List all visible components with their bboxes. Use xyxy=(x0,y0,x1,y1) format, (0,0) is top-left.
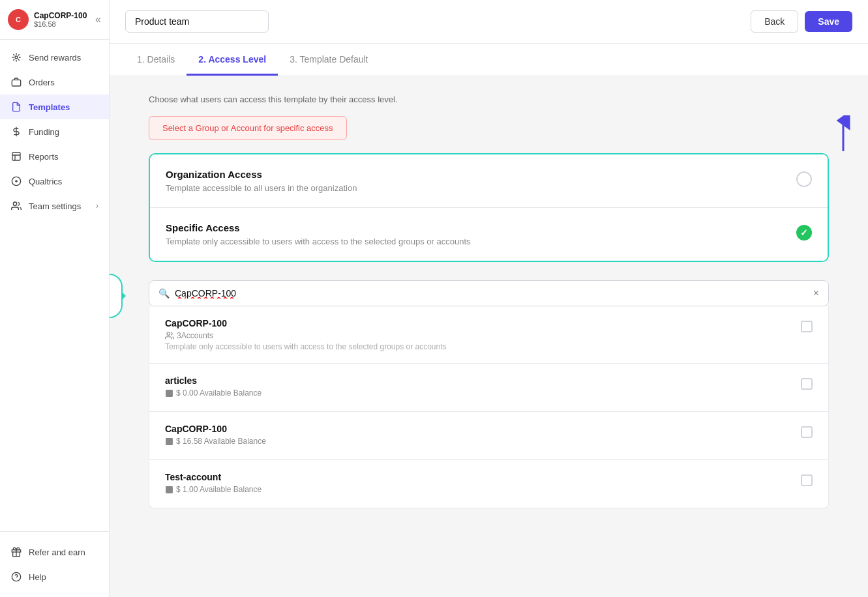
result-item-articles: articles $ 0.00 Available Balance xyxy=(149,363,828,411)
search-input[interactable] xyxy=(175,288,808,298)
svg-point-0 xyxy=(15,56,18,59)
sidebar-item-qualtrics-label: Qualtrics xyxy=(29,177,62,186)
result-item-articles-info: articles $ 0.00 Available Balance xyxy=(165,375,801,400)
result-item-test-account-info: Test-account $ 1.00 Available Balance xyxy=(165,472,801,496)
sidebar-nav: Send rewards Orders Templates Funding Re… xyxy=(0,40,109,531)
org-access-text: Organization Access Template accessible … xyxy=(166,169,796,193)
sidebar-item-help[interactable]: Help xyxy=(0,564,109,589)
account-info: CapCORP-100 $16.58 xyxy=(34,11,87,28)
step-template-default[interactable]: 3. Template Default xyxy=(278,54,380,76)
org-access-title: Organization Access xyxy=(166,169,796,180)
result-checkbox-capcorp-account[interactable] xyxy=(801,426,813,438)
sidebar-item-funding-label: Funding xyxy=(29,127,59,137)
template-name-input[interactable] xyxy=(125,10,269,33)
result-item-test-account: Test-account $ 1.00 Available Balance xyxy=(149,459,828,508)
sidebar-account[interactable]: C CapCORP-100 $16.58 xyxy=(8,9,87,30)
accounts-icon xyxy=(165,331,174,340)
sidebar-item-qualtrics[interactable]: Qualtrics xyxy=(0,169,109,194)
chart-icon xyxy=(10,151,22,162)
specific-access-title: Specific Access xyxy=(166,222,796,233)
content-subtitle: Choose what users can access this templa… xyxy=(149,95,829,104)
result-item-capcorp-group-info: CapCORP-100 3Accounts Template only acce… xyxy=(165,318,801,351)
dollar-icon xyxy=(10,126,22,138)
sidebar-collapse-button[interactable]: « xyxy=(95,14,101,25)
svg-rect-15 xyxy=(166,486,173,493)
sidebar-item-orders[interactable]: Orders xyxy=(0,70,109,95)
sidebar-footer: Refer and earn Help xyxy=(0,531,109,597)
step-access-level[interactable]: 2. Access Level xyxy=(187,54,278,76)
step-details[interactable]: 1. Details xyxy=(125,54,187,76)
org-access-option[interactable]: Organization Access Template accessible … xyxy=(150,154,828,207)
sidebar-item-help-label: Help xyxy=(29,572,46,582)
account-balance: $16.58 xyxy=(34,20,87,28)
svg-point-12 xyxy=(167,332,170,336)
step-template-default-label: 3. Template Default xyxy=(290,54,368,65)
sidebar-item-reports[interactable]: Reports xyxy=(0,144,109,169)
result-item-capcorp-account: CapCORP-100 $ 16.58 Available Balance xyxy=(149,411,828,459)
step-access-level-label: 2. Access Level xyxy=(198,54,266,65)
qualtrics-icon xyxy=(10,175,22,187)
file-icon xyxy=(10,101,22,113)
help-icon xyxy=(10,571,22,583)
chevron-right-icon: › xyxy=(96,201,98,211)
search-container: Search for account or group name 🔍 × Cap… xyxy=(149,280,829,508)
org-access-radio[interactable] xyxy=(796,171,812,187)
result-checkbox-test-account[interactable] xyxy=(801,474,813,486)
sidebar-item-reports-label: Reports xyxy=(29,152,59,162)
main-content: Back Save 1. Details 2. Access Level 3. … xyxy=(110,0,868,597)
sidebar-item-team-settings-label: Team settings xyxy=(29,201,81,211)
save-button[interactable]: Save xyxy=(805,11,852,32)
sidebar-header: C CapCORP-100 $16.58 « xyxy=(0,0,109,40)
svg-rect-14 xyxy=(166,438,173,445)
top-bar: Back Save xyxy=(110,0,868,44)
result-item-articles-sub: $ 0.00 Available Balance xyxy=(165,388,801,398)
specific-access-radio[interactable] xyxy=(796,225,812,240)
result-item-test-account-sub: $ 1.00 Available Balance xyxy=(165,485,801,494)
svg-point-5 xyxy=(13,202,16,205)
sidebar-item-refer[interactable]: Refer and earn xyxy=(0,540,109,564)
account-name: CapCORP-100 xyxy=(34,11,87,20)
step-details-label: 1. Details xyxy=(137,54,175,65)
access-options-box: Organization Access Template accessible … xyxy=(149,153,829,262)
result-item-capcorp-group-name: CapCORP-100 xyxy=(165,318,801,328)
gift2-icon xyxy=(10,546,22,558)
steps-nav: 1. Details 2. Access Level 3. Template D… xyxy=(110,44,868,76)
svg-rect-13 xyxy=(166,390,173,397)
search-clear-button[interactable]: × xyxy=(813,287,819,299)
result-item-capcorp-account-info: CapCORP-100 $ 16.58 Available Balance xyxy=(165,424,801,448)
balance-icon xyxy=(165,389,173,398)
result-checkbox-articles[interactable] xyxy=(801,378,813,390)
sidebar-item-templates-label: Templates xyxy=(29,102,70,112)
balance-icon3 xyxy=(165,486,173,494)
sidebar-item-funding[interactable]: Funding xyxy=(0,119,109,144)
result-checkbox-capcorp-group[interactable] xyxy=(801,321,813,332)
result-item-capcorp-group-desc: Template only accessible to users with a… xyxy=(165,342,801,351)
svg-rect-1 xyxy=(12,80,20,86)
specific-access-option[interactable]: Specific Access Template only accessible… xyxy=(150,207,828,261)
users-icon xyxy=(10,200,22,212)
svg-rect-3 xyxy=(12,153,20,160)
search-box: 🔍 × xyxy=(149,280,829,306)
result-item-articles-name: articles xyxy=(165,375,801,386)
sidebar-item-orders-label: Orders xyxy=(29,78,55,87)
balance-icon2 xyxy=(165,437,173,446)
content-area: Choose what users can access this templa… xyxy=(110,76,868,597)
sidebar-item-team-settings[interactable]: Team settings › xyxy=(0,194,109,218)
result-item-test-account-name: Test-account xyxy=(165,472,801,482)
box-icon xyxy=(10,76,22,88)
back-button[interactable]: Back xyxy=(751,10,798,33)
sidebar-item-refer-label: Refer and earn xyxy=(29,547,85,557)
sidebar-item-send-rewards[interactable]: Send rewards xyxy=(0,45,109,70)
up-arrow-indicator xyxy=(834,115,852,154)
avatar: C xyxy=(8,9,29,30)
specific-access-desc: Template only accessible to users with a… xyxy=(166,237,796,246)
up-arrow-svg xyxy=(834,115,852,154)
sidebar-item-send-rewards-label: Send rewards xyxy=(29,53,81,63)
sidebar-item-templates[interactable]: Templates xyxy=(0,95,109,119)
gift-icon xyxy=(10,51,22,63)
search-tooltip: Search for account or group name xyxy=(110,274,123,318)
search-results-list: CapCORP-100 3Accounts Template only acce… xyxy=(149,306,829,508)
specific-access-text: Specific Access Template only accessible… xyxy=(166,222,796,246)
select-group-button[interactable]: Select a Group or Account for specific a… xyxy=(149,116,347,140)
top-bar-actions: Back Save xyxy=(751,10,852,33)
